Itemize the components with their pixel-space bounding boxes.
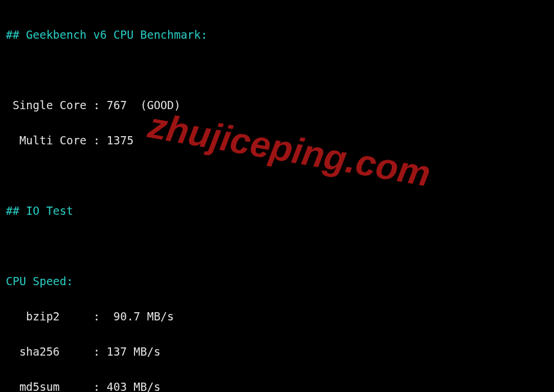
sha256-label: sha256 : <box>6 345 100 358</box>
io-test-header: ## IO Test <box>6 204 73 217</box>
bzip2-value: 90.7 MB/s <box>100 310 174 323</box>
md5-value: 403 MB/s <box>100 380 160 392</box>
multi-core-label: Multi Core : <box>6 134 100 147</box>
multi-core-value: 1375 <box>100 134 133 147</box>
single-core-value: 767 (GOOD) <box>100 99 180 111</box>
terminal-output: ## Geekbench v6 CPU Benchmark: Single Co… <box>0 0 554 392</box>
bzip2-label: bzip2 : <box>6 310 100 323</box>
md5-label: md5sum : <box>6 380 100 392</box>
cpu-speed-header: CPU Speed: <box>6 275 73 288</box>
geekbench-header: ## Geekbench v6 CPU Benchmark: <box>6 28 207 41</box>
single-core-label: Single Core : <box>6 99 100 111</box>
sha256-value: 137 MB/s <box>100 345 160 358</box>
